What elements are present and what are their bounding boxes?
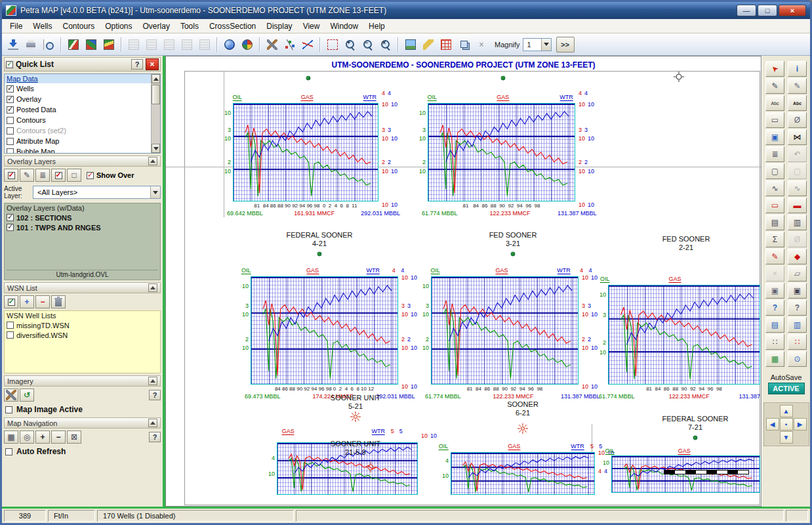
magnify-dropdown-arrow-icon[interactable] bbox=[541, 39, 551, 51]
imagery-collapse-button[interactable] bbox=[148, 377, 157, 385]
imagery-help-button[interactable]: ? bbox=[149, 390, 161, 400]
nav-pan-button[interactable]: ▦ bbox=[4, 430, 18, 444]
menu-item-tools[interactable]: Tools bbox=[175, 20, 204, 33]
wsn-add-button[interactable]: + bbox=[20, 295, 34, 308]
map-color-tool[interactable]: ▦ bbox=[765, 351, 784, 367]
overlay-layer-checkbox[interactable] bbox=[7, 224, 14, 231]
pages2-tool[interactable]: ▥ bbox=[788, 317, 807, 333]
scrollbar-down-button[interactable] bbox=[152, 144, 160, 153]
zoom-in-button[interactable]: + bbox=[342, 36, 359, 53]
save-map-button[interactable] bbox=[5, 36, 22, 53]
nav-full-button[interactable]: ⊠ bbox=[67, 430, 81, 444]
sigma-tool[interactable]: Σ bbox=[765, 232, 784, 247]
overlay-layer-item[interactable]: 101 : TWPS AND RNGES bbox=[7, 222, 158, 232]
print-preview-button[interactable] bbox=[40, 36, 57, 53]
map-display-2-button[interactable] bbox=[83, 36, 100, 53]
overlay-select-button[interactable] bbox=[4, 169, 18, 182]
overlay-edit-button[interactable]: ✎ bbox=[20, 169, 34, 182]
active-layer-dropdown-arrow-icon[interactable] bbox=[150, 186, 160, 198]
map-data-item[interactable]: Overlay bbox=[5, 94, 151, 104]
map-data-item[interactable]: Contours bbox=[5, 115, 151, 125]
active-layer-dropdown[interactable]: <All Layers> bbox=[33, 186, 161, 199]
nav-down-button[interactable]: ▼ bbox=[780, 431, 793, 444]
map-data-item[interactable]: Posted Data bbox=[5, 104, 151, 115]
dots-grid-tool[interactable]: ∷ bbox=[765, 334, 784, 350]
color-wheel-button[interactable] bbox=[239, 36, 256, 53]
nav-center-button[interactable]: ◎ bbox=[20, 430, 34, 444]
fish-tool[interactable]: ⋈ bbox=[788, 129, 807, 145]
overlay-collapse-button[interactable] bbox=[148, 157, 157, 165]
menu-item-wells[interactable]: Wells bbox=[28, 20, 57, 33]
crosssection-line-button[interactable] bbox=[299, 36, 316, 53]
map-data-checkbox[interactable] bbox=[7, 127, 14, 135]
overlay-on-button[interactable] bbox=[51, 169, 66, 182]
wsn-collapse-button[interactable] bbox=[148, 284, 157, 292]
menu-item-view[interactable]: View bbox=[298, 20, 325, 33]
magnify-dropdown[interactable]: 1 bbox=[523, 38, 552, 51]
menu-item-window[interactable]: Window bbox=[325, 20, 363, 33]
info-tool[interactable]: i bbox=[788, 61, 807, 77]
map-data-checkbox[interactable] bbox=[7, 106, 14, 114]
menu-item-help[interactable]: Help bbox=[363, 20, 390, 33]
map-display-3-button[interactable] bbox=[100, 36, 117, 53]
wsn-remove-button[interactable]: − bbox=[35, 295, 50, 308]
well-nodes-button[interactable] bbox=[281, 36, 298, 53]
map-canvas[interactable]: OILGASWTR1031021044101033101022101010108… bbox=[166, 56, 761, 506]
print-button[interactable] bbox=[22, 36, 39, 53]
text-abc-tool[interactable]: Abc bbox=[765, 95, 784, 111]
pointer-tool[interactable]: ➤ bbox=[765, 61, 784, 77]
overlay-layer-item[interactable]: 102 : SECTIONS bbox=[7, 213, 158, 222]
map-navigation-collapse-button[interactable] bbox=[148, 419, 157, 427]
wsn-trash-button[interactable] bbox=[51, 295, 66, 308]
map-data-item[interactable]: Wells bbox=[5, 83, 151, 94]
wsn-item-checkbox[interactable] bbox=[7, 331, 14, 339]
red-rect-filled-tool[interactable]: ▬ bbox=[788, 198, 807, 213]
map-data-checkbox[interactable] bbox=[7, 148, 14, 154]
pen-ruler-tool[interactable]: ✎ bbox=[788, 78, 807, 94]
imagery-settings-button[interactable] bbox=[4, 388, 18, 402]
map-data-checkbox[interactable] bbox=[7, 96, 14, 103]
map-data-checkbox[interactable] bbox=[7, 117, 14, 124]
clipboard-paste-tool[interactable]: ▣ bbox=[788, 283, 807, 299]
scrollbar-thumb[interactable] bbox=[152, 85, 160, 104]
layers-button[interactable] bbox=[455, 36, 472, 53]
map-image-active-checkbox[interactable] bbox=[5, 406, 12, 413]
scrollbar-up-button[interactable] bbox=[152, 74, 160, 83]
map-navigation-help-button[interactable]: ? bbox=[149, 432, 161, 442]
profile-tool[interactable]: ∿ bbox=[765, 180, 784, 196]
eraser-tool[interactable]: ▱ bbox=[788, 266, 807, 282]
tile-tool[interactable]: ▤ bbox=[765, 215, 784, 230]
red-grid-button[interactable] bbox=[437, 36, 455, 53]
text-abc-multi-tool[interactable]: Abc bbox=[788, 95, 807, 111]
maximize-button[interactable]: □ bbox=[758, 5, 777, 16]
tile2-tool[interactable]: ▥ bbox=[788, 215, 807, 230]
map-display-1-button[interactable] bbox=[65, 36, 82, 53]
zoom-off-button[interactable]: × bbox=[377, 36, 394, 53]
wsn-item-checkbox[interactable] bbox=[7, 322, 14, 329]
minimize-button[interactable]: — bbox=[737, 5, 756, 16]
nav-center-button[interactable]: ▪ bbox=[780, 418, 793, 430]
map-data-item[interactable]: Bubble Map bbox=[5, 146, 151, 153]
help-tool[interactable]: ? bbox=[765, 300, 784, 316]
pages-tool[interactable]: ▤ bbox=[765, 317, 784, 333]
nav-zoomin-button[interactable]: + bbox=[35, 430, 50, 444]
red-shape-tool[interactable]: ◆ bbox=[788, 249, 807, 264]
image-tool[interactable]: ▣ bbox=[765, 129, 784, 145]
menu-item-contours[interactable]: Contours bbox=[57, 20, 100, 33]
map-data-list-header[interactable]: Map Data bbox=[5, 74, 151, 83]
zoom-box-button[interactable] bbox=[324, 36, 341, 53]
overlay-layer-checkbox[interactable] bbox=[7, 214, 14, 221]
close-button[interactable]: × bbox=[779, 5, 806, 16]
list-tool[interactable]: ≣ bbox=[765, 146, 784, 162]
rect-label-tool[interactable]: ▭ bbox=[765, 112, 784, 128]
nav-left-button[interactable]: ◀ bbox=[766, 418, 779, 430]
nav-zoomout-button[interactable]: − bbox=[51, 430, 66, 444]
tools-button[interactable] bbox=[264, 36, 281, 53]
profile2-tool[interactable]: ∿ bbox=[788, 180, 807, 196]
toolbar-more-button[interactable]: >> bbox=[556, 37, 575, 52]
red-pen-tool[interactable]: ✎ bbox=[765, 249, 784, 264]
wsn-select-button[interactable] bbox=[4, 295, 18, 308]
quick-list-close-button[interactable]: × bbox=[146, 58, 159, 70]
measure-button[interactable] bbox=[420, 36, 437, 53]
dots-grid2-tool[interactable]: ∷ bbox=[788, 334, 807, 350]
